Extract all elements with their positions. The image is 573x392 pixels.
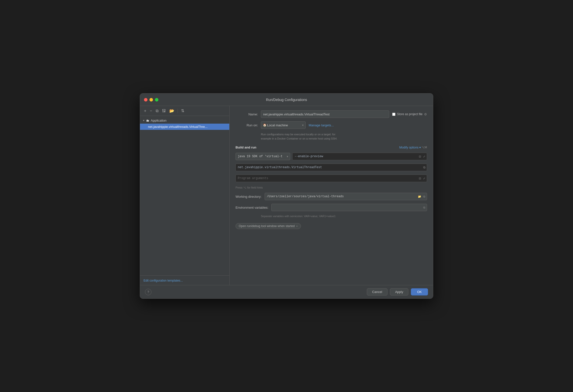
build-run-section-header: Build and run Modify options ▾ ⌥M: [236, 146, 427, 149]
edit-configuration-templates-link[interactable]: Edit configuration templates...: [143, 279, 183, 282]
modify-options-link[interactable]: Modify options ▾ ⌥M: [399, 146, 427, 149]
sidebar-group-application[interactable]: ▾ 🖿 Application: [140, 117, 229, 124]
sdk-select-wrapper: java 19 SDK of 'virtual-t ▾: [236, 153, 290, 160]
cancel-button[interactable]: Cancel: [367, 288, 387, 295]
program-args-input[interactable]: [236, 175, 427, 182]
main-class-input[interactable]: [236, 164, 427, 171]
env-vars-input-wrapper: ⧉: [271, 204, 427, 211]
run-on-row: Run on: 🏠 Local machine ▾ Manage targets…: [236, 121, 427, 129]
env-vars-btn-row: ⧉: [423, 206, 426, 209]
sidebar-item-label: net.javahippie.virtualthreads.VirtualThr…: [148, 125, 208, 129]
working-directory-label: Working directory:: [236, 195, 262, 198]
name-input[interactable]: [261, 110, 389, 118]
environment-variables-input[interactable]: [271, 204, 427, 211]
run-on-select-wrapper: 🏠 Local machine ▾: [261, 121, 306, 129]
run-debug-tool-window-chip: Open run/debug tool window when started …: [236, 223, 301, 229]
store-as-project-file-wrapper: Store as project file ⚙: [392, 112, 427, 116]
chevron-down-icon: ▾: [419, 146, 421, 149]
run-on-label: Run on:: [236, 123, 258, 127]
chip-close-button[interactable]: ×: [296, 225, 298, 228]
toolbar-separator: [178, 109, 178, 113]
env-vars-edit-button[interactable]: ⧉: [423, 206, 426, 209]
sdk-vm-row: java 19 SDK of 'virtual-t ▾ ⊡ ⤢: [236, 153, 427, 160]
store-as-project-file-checkbox[interactable]: [392, 113, 395, 116]
build-run-title: Build and run: [236, 146, 256, 149]
main-class-row: ⧉: [236, 164, 427, 171]
traffic-lights: [144, 98, 158, 101]
manage-targets-link[interactable]: Manage targets...: [309, 123, 334, 127]
minimize-button[interactable]: [149, 98, 153, 101]
save-configuration-button[interactable]: 🖫: [161, 108, 167, 114]
field-hint: Press ⌥ for field hints: [236, 186, 427, 189]
chevron-down-icon: ▾: [143, 119, 144, 122]
modify-options-label: Modify options: [399, 146, 418, 149]
chip-label: Open run/debug tool window when started: [239, 224, 295, 228]
working-directory-row: Working directory: 📁 ⧉: [236, 193, 427, 200]
sidebar-footer: Edit configuration templates...: [140, 275, 229, 285]
apply-button[interactable]: Apply: [390, 288, 409, 295]
program-args-fullscreen-button[interactable]: ⤢: [422, 177, 426, 180]
vm-options-fullscreen-button[interactable]: ⤢: [422, 155, 426, 158]
working-directory-input-wrapper: 📁 ⧉: [265, 193, 427, 200]
add-configuration-button[interactable]: +: [143, 108, 147, 114]
main-panel: Name: Store as project file ⚙ Run on: 🏠 …: [230, 106, 433, 285]
run-debug-configurations-window: Run/Debug Configurations + − ⧉ 🖫 📂 ⇅ ▾ 🖿…: [140, 93, 433, 299]
sidebar-toolbar: + − ⧉ 🖫 📂 ⇅: [140, 106, 229, 116]
help-icon: ?: [147, 290, 149, 294]
sidebar: + − ⧉ 🖫 📂 ⇅ ▾ 🖿 Application net.javahipp…: [140, 106, 230, 285]
content-area: + − ⧉ 🖫 📂 ⇅ ▾ 🖿 Application net.javahipp…: [140, 106, 433, 285]
sidebar-group-label: Application: [151, 119, 167, 122]
maximize-button[interactable]: [155, 98, 158, 101]
program-args-expand-button[interactable]: ⊡: [418, 177, 422, 180]
env-separator-hint: Separate variables with semicolon: VAR=v…: [261, 215, 427, 218]
remove-configuration-button[interactable]: −: [149, 108, 153, 114]
application-folder-icon: 🖿: [146, 119, 149, 122]
copy-configuration-button[interactable]: ⧉: [155, 108, 159, 114]
hint-line1: Run configurations may be executed local…: [261, 133, 335, 136]
working-directory-input[interactable]: [265, 193, 427, 200]
titlebar: Run/Debug Configurations: [140, 94, 433, 106]
vm-options-input[interactable]: [292, 153, 427, 160]
close-button[interactable]: [144, 98, 147, 101]
program-args-btn-row: ⊡ ⤢: [418, 177, 426, 180]
share-configuration-button[interactable]: 📂: [168, 108, 175, 114]
working-dir-copy-button[interactable]: ⧉: [423, 195, 426, 198]
browse-directory-button[interactable]: 📁: [417, 195, 422, 198]
settings-icon[interactable]: ⚙: [424, 112, 427, 116]
sidebar-tree: ▾ 🖿 Application net.javahippie.virtualth…: [140, 116, 229, 275]
hint-line2: example in a Docker Container or on a re…: [261, 137, 337, 140]
vm-options-btn-row: ⊡ ⤢: [418, 155, 426, 158]
sidebar-item-virtualthreadtest[interactable]: net.javahippie.virtualthreads.VirtualThr…: [140, 124, 229, 130]
vm-options-container: ⊡ ⤢: [292, 153, 427, 160]
store-as-project-file-label: Store as project file: [397, 112, 423, 116]
vm-options-expand-button[interactable]: ⊡: [418, 155, 422, 158]
sdk-select[interactable]: java 19 SDK of 'virtual-t: [236, 153, 290, 160]
environment-variables-row: Environment variables: ⧉: [236, 204, 427, 211]
sort-configurations-button[interactable]: ⇅: [180, 108, 185, 114]
main-class-copy-button[interactable]: ⧉: [423, 166, 426, 169]
name-label: Name:: [236, 112, 258, 116]
chips-row: Open run/debug tool window when started …: [236, 223, 427, 229]
working-directory-btn-row: 📁 ⧉: [417, 195, 426, 198]
window-title: Run/Debug Configurations: [266, 98, 307, 102]
modify-options-shortcut: ⌥M: [422, 146, 427, 149]
action-buttons: Cancel Apply OK: [367, 288, 428, 295]
ok-button[interactable]: OK: [411, 288, 428, 295]
run-on-select[interactable]: Local machine: [261, 121, 306, 129]
name-row: Name: Store as project file ⚙: [236, 110, 427, 118]
program-args-row: ⊡ ⤢: [236, 175, 427, 182]
run-on-hint: Run configurations may be executed local…: [261, 132, 427, 141]
help-button[interactable]: ?: [145, 289, 151, 295]
bottom-bar: ? Cancel Apply OK: [140, 285, 433, 298]
environment-variables-label: Environment variables:: [236, 206, 268, 209]
